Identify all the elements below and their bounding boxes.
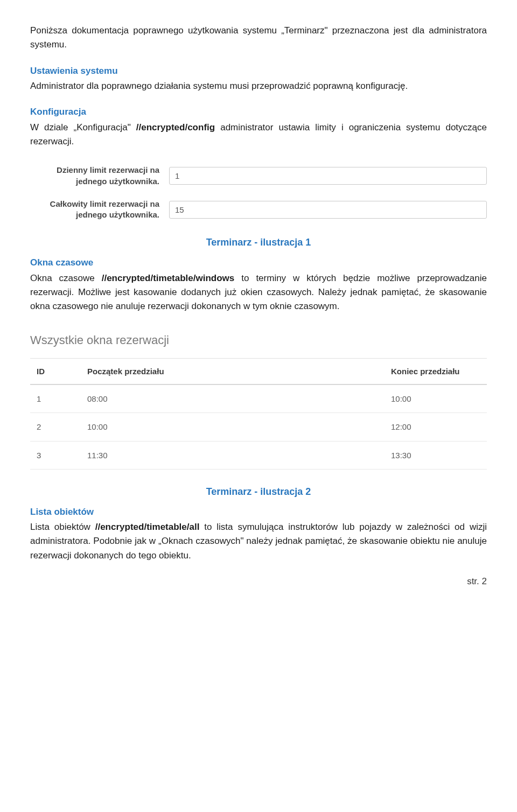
heading-timewindows: Okna czasowe [30, 256, 487, 270]
table-row: 1 08:00 10:00 [30, 384, 487, 413]
label-daily-limit: Dzienny limit rezerwacji na jednego użyt… [30, 165, 169, 187]
caption-illustration-2: Terminarz - ilustracja 2 [30, 485, 487, 500]
cell-id: 2 [30, 413, 81, 441]
table-header-row: ID Początek przedziału Koniec przedziału [30, 358, 487, 384]
col-start: Początek przedziału [81, 358, 385, 384]
cell-end: 13:30 [385, 441, 487, 469]
caption-illustration-1: Terminarz - ilustracja 1 [30, 235, 487, 250]
timewindows-body-pre: Okna czasowe [30, 273, 102, 283]
heading-settings: Ustawienia systemu [30, 64, 487, 78]
input-daily-limit[interactable] [169, 167, 487, 185]
config-body: W dziale „Konfiguracja" //encrypted/conf… [30, 121, 487, 149]
col-end: Koniec przedziału [385, 358, 487, 384]
config-body-path: //encrypted/config [136, 122, 215, 132]
heading-objects: Lista obiektów [30, 505, 487, 519]
config-row-total-limit: Całkowity limit rezerwacji na jednego uż… [30, 199, 487, 221]
cell-id: 3 [30, 441, 81, 469]
cell-id: 1 [30, 384, 81, 413]
page-number: str. 2 [30, 575, 487, 589]
config-body-pre: W dziale „Konfiguracja" [30, 122, 136, 132]
table-row: 2 10:00 12:00 [30, 413, 487, 441]
table-row: 3 11:30 13:30 [30, 441, 487, 469]
cell-start: 10:00 [81, 413, 385, 441]
input-total-limit[interactable] [169, 201, 487, 219]
timewindows-body: Okna czasowe //encrypted/timetable/windo… [30, 271, 487, 314]
cell-start: 11:30 [81, 441, 385, 469]
objects-body-pre: Lista obiektów [30, 522, 95, 532]
settings-body: Administrator dla poprawnego działania s… [30, 79, 487, 93]
timewindows-body-path: //encrypted/timetable/windows [102, 273, 235, 283]
reservation-windows-table: ID Początek przedziału Koniec przedziału… [30, 358, 487, 470]
cell-end: 10:00 [385, 384, 487, 413]
table-title: Wszystkie okna rezerwacji [30, 331, 487, 349]
config-row-daily-limit: Dzienny limit rezerwacji na jednego użyt… [30, 165, 487, 187]
heading-config: Konfiguracja [30, 105, 487, 119]
intro-paragraph: Poniższa dokumentacja poprawnego użytkow… [30, 24, 487, 52]
cell-end: 12:00 [385, 413, 487, 441]
cell-start: 08:00 [81, 384, 385, 413]
label-total-limit: Całkowity limit rezerwacji na jednego uż… [30, 199, 169, 221]
objects-body: Lista obiektów //encrypted/timetable/all… [30, 520, 487, 563]
objects-body-path: //encrypted/timetable/all [95, 522, 200, 532]
illustration-1: Dzienny limit rezerwacji na jednego użyt… [30, 165, 487, 220]
col-id: ID [30, 358, 81, 384]
